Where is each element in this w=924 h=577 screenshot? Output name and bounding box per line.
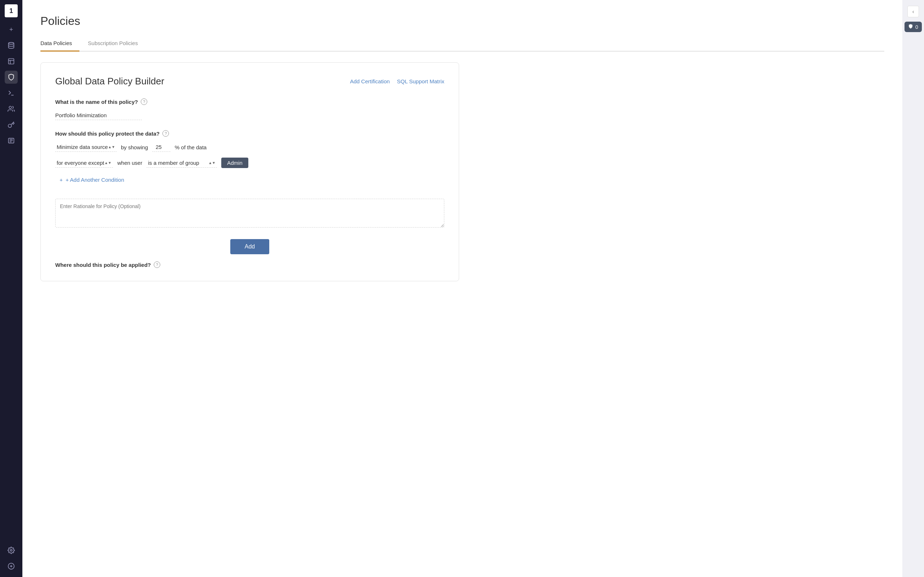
sidebar-shield-icon[interactable] <box>5 71 18 84</box>
tab-data-policies[interactable]: Data Policies <box>40 36 79 52</box>
app-logo[interactable]: 1 <box>5 4 18 17</box>
policy-name-input[interactable] <box>55 111 142 120</box>
protect-data-help-icon[interactable]: ? <box>162 130 169 137</box>
shield-count-badge[interactable]: 0 <box>905 22 922 32</box>
add-condition-button[interactable]: + + Add Another Condition <box>60 174 444 186</box>
main-content: Policies Data Policies Subscription Poli… <box>23 0 902 577</box>
policy-name-help-icon[interactable]: ? <box>141 98 147 105</box>
card-header: Global Data Policy Builder Add Certifica… <box>55 76 444 87</box>
action-select[interactable]: Minimize data source Mask data source Bl… <box>55 142 116 152</box>
policy-name-section: What is the name of this policy? ? <box>55 98 444 120</box>
rationale-textarea[interactable] <box>55 199 444 227</box>
sql-support-matrix-link[interactable]: SQL Support Matrix <box>397 78 444 84</box>
collapse-panel-button[interactable]: ‹ <box>908 6 919 17</box>
shield-badge-icon <box>908 24 913 30</box>
add-certification-link[interactable]: Add Certification <box>350 78 390 84</box>
protect-row-2: for everyone except for everyone for no … <box>55 158 444 168</box>
group-value-button[interactable]: Admin <box>221 158 248 168</box>
tab-subscription-policies[interactable]: Subscription Policies <box>88 36 145 52</box>
scope-select[interactable]: for everyone except for everyone for no … <box>55 158 113 168</box>
percentage-input[interactable] <box>152 142 170 152</box>
svg-rect-1 <box>9 59 14 64</box>
sidebar-database-icon[interactable] <box>5 39 18 52</box>
policy-name-label: What is the name of this policy? ? <box>55 98 444 105</box>
page-title: Policies <box>40 15 884 28</box>
sidebar-settings-icon[interactable] <box>5 544 18 557</box>
shield-count-value: 0 <box>915 24 918 30</box>
sidebar-key-icon[interactable] <box>5 118 18 131</box>
card-actions: Add Certification SQL Support Matrix <box>350 78 444 84</box>
right-panel: ‹ 0 <box>902 0 924 577</box>
sidebar: 1 + <box>0 0 23 577</box>
svg-point-10 <box>10 550 12 551</box>
card-title: Global Data Policy Builder <box>55 76 164 87</box>
condition-select-wrapper: is a member of group is not a member of … <box>147 158 217 168</box>
where-applied-label: Where should this policy be applied? ? <box>55 261 444 268</box>
protect-row-1: Minimize data source Mask data source Bl… <box>55 142 444 152</box>
condition-select[interactable]: is a member of group is not a member of … <box>147 158 217 168</box>
sidebar-files-icon[interactable] <box>5 55 18 68</box>
sidebar-add-icon[interactable]: + <box>5 23 18 36</box>
protect-data-section: How should this policy protect the data?… <box>55 130 444 186</box>
sidebar-list-icon[interactable] <box>5 134 18 147</box>
where-applied-help-icon[interactable]: ? <box>154 261 160 268</box>
protect-data-label: How should this policy protect the data?… <box>55 130 444 137</box>
action-select-wrapper: Minimize data source Mask data source Bl… <box>55 142 116 152</box>
by-showing-text: by showing <box>121 144 148 150</box>
tab-bar: Data Policies Subscription Policies <box>40 36 884 52</box>
percent-of-data-text: % of the data <box>175 144 207 150</box>
rationale-section <box>55 196 444 229</box>
sidebar-terminal-icon[interactable] <box>5 87 18 100</box>
sidebar-users-icon[interactable] <box>5 102 18 115</box>
chevron-left-icon: ‹ <box>913 9 914 15</box>
policy-builder-card: Global Data Policy Builder Add Certifica… <box>40 62 459 281</box>
add-button[interactable]: Add <box>230 239 269 254</box>
sidebar-plus-circle-icon[interactable] <box>5 560 18 573</box>
when-user-text: when user <box>117 160 142 166</box>
svg-point-5 <box>9 106 11 109</box>
scope-select-wrapper: for everyone except for everyone for no … <box>55 158 113 168</box>
svg-point-0 <box>9 43 14 44</box>
plus-icon: + <box>60 177 63 183</box>
